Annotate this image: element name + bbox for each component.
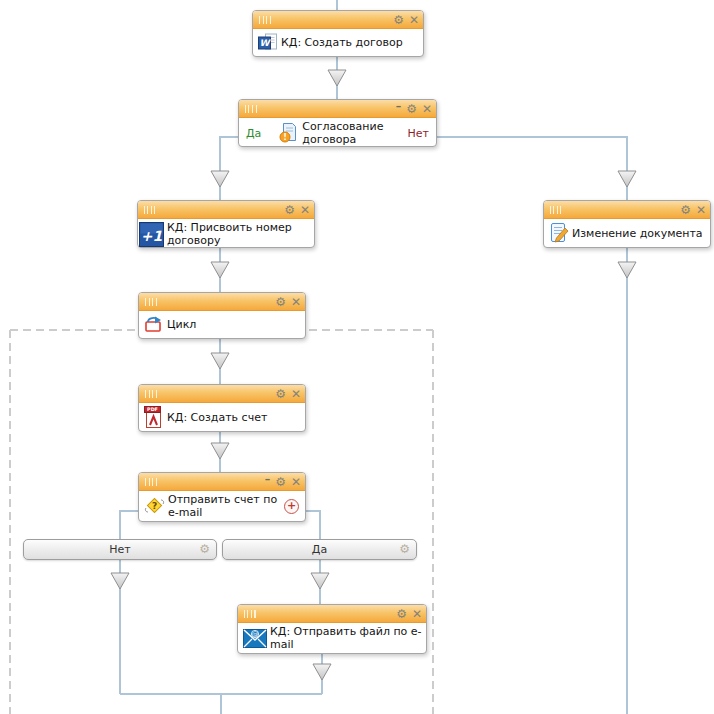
node-change-document[interactable]: ⚙ ✕ Изменение документа [543, 200, 711, 248]
gear-icon[interactable]: ⚙ [393, 14, 404, 26]
flow-arrow-icons [111, 70, 636, 680]
decision-diamond-icon: ? [144, 496, 165, 516]
svg-text:@: @ [252, 630, 259, 638]
gear-icon[interactable]: ⚙ [275, 296, 286, 308]
node-titlebar[interactable]: ⚙ ✕ [544, 201, 710, 219]
node-titlebar[interactable]: ⚙ ✕ [139, 385, 305, 403]
plus-one-icon: +1 [139, 222, 164, 247]
branch-no-button[interactable]: Нет ⚙ [23, 539, 217, 560]
node-titlebar[interactable]: ⚙ ✕ [138, 201, 314, 219]
gear-icon[interactable]: ⚙ [199, 543, 210, 556]
drag-grip-icon[interactable] [550, 206, 563, 214]
drag-grip-icon[interactable] [244, 610, 257, 618]
node-label: Изменение документа [572, 227, 703, 240]
gear-icon[interactable]: ⚙ [275, 388, 286, 400]
drag-grip-icon[interactable] [259, 16, 272, 24]
add-connector-icon[interactable]: + [284, 499, 299, 514]
node-titlebar[interactable]: – ⚙ ✕ [239, 100, 436, 118]
drag-grip-icon[interactable] [145, 390, 158, 398]
close-icon[interactable]: ✕ [409, 14, 419, 26]
node-assign-number[interactable]: ⚙ ✕ +1 КД: Присвоить номер договору [137, 200, 315, 248]
close-icon[interactable]: ✕ [291, 296, 301, 308]
node-create-invoice[interactable]: ⚙ ✕ PDF КД: Создать счет [138, 384, 306, 432]
word-document-icon: W [258, 33, 278, 52]
gear-icon[interactable]: ⚙ [396, 608, 407, 620]
close-icon[interactable]: ✕ [412, 608, 422, 620]
minimize-icon[interactable]: – [265, 474, 271, 486]
gear-icon[interactable]: ⚙ [284, 204, 295, 216]
node-label: Отправить счет по e-mail [168, 493, 280, 519]
node-titlebar[interactable]: – ⚙ ✕ [139, 473, 305, 491]
node-create-contract[interactable]: ⚙ ✕ W КД: Создать договор [252, 10, 424, 57]
drag-grip-icon[interactable] [144, 206, 157, 214]
email-icon: @ [243, 629, 267, 648]
node-titlebar[interactable]: ⚙ ✕ [253, 11, 423, 29]
node-label: Согласование договора [302, 120, 398, 146]
close-icon[interactable]: ✕ [291, 476, 301, 488]
branch-yes-label: Да [312, 543, 327, 556]
document-warning-icon: ! [279, 123, 299, 143]
drag-grip-icon[interactable] [245, 105, 258, 113]
node-label: КД: Создать договор [281, 36, 403, 49]
yes-branch-label: Да [246, 127, 261, 140]
node-send-invoice[interactable]: – ⚙ ✕ ? Отправить счет по e-mail + [138, 472, 306, 522]
close-icon[interactable]: ✕ [422, 103, 432, 115]
node-approval[interactable]: – ⚙ ✕ Да ! Согласование договора Нет [238, 99, 437, 147]
gear-icon[interactable]: ⚙ [399, 543, 410, 556]
node-titlebar[interactable]: ⚙ ✕ [238, 605, 426, 623]
svg-text:+1: +1 [141, 227, 163, 243]
svg-text:!: ! [284, 133, 288, 142]
close-icon[interactable]: ✕ [696, 204, 706, 216]
node-send-file[interactable]: ⚙ ✕ @ КД: Отправить файл по e-mail [237, 604, 427, 654]
gear-icon[interactable]: ⚙ [680, 204, 691, 216]
edit-document-icon [549, 223, 569, 243]
branch-no-label: Нет [109, 543, 130, 556]
pdf-document-icon: PDF [144, 406, 164, 429]
svg-text:?: ? [152, 501, 157, 511]
node-label: КД: Отправить файл по e-mail [270, 625, 422, 651]
branch-yes-button[interactable]: Да ⚙ [222, 539, 417, 560]
node-titlebar[interactable]: ⚙ ✕ [139, 293, 305, 311]
close-icon[interactable]: ✕ [291, 388, 301, 400]
drag-grip-icon[interactable] [145, 298, 158, 306]
gear-icon[interactable]: ⚙ [406, 103, 417, 115]
drag-grip-icon[interactable] [145, 478, 158, 486]
node-label: КД: Создать счет [167, 411, 267, 424]
node-label: Цикл [167, 318, 196, 331]
gear-icon[interactable]: ⚙ [275, 476, 286, 488]
close-icon[interactable]: ✕ [300, 204, 310, 216]
minimize-icon[interactable]: – [396, 101, 402, 113]
svg-text:PDF: PDF [147, 407, 158, 412]
loop-icon [144, 315, 164, 334]
node-label: КД: Присвоить номер договору [167, 221, 310, 247]
node-loop[interactable]: ⚙ ✕ Цикл [138, 292, 306, 339]
workflow-canvas: ⚙ ✕ W КД: Создать договор – ⚙ ✕ [0, 0, 714, 714]
no-branch-label: Нет [408, 127, 429, 140]
